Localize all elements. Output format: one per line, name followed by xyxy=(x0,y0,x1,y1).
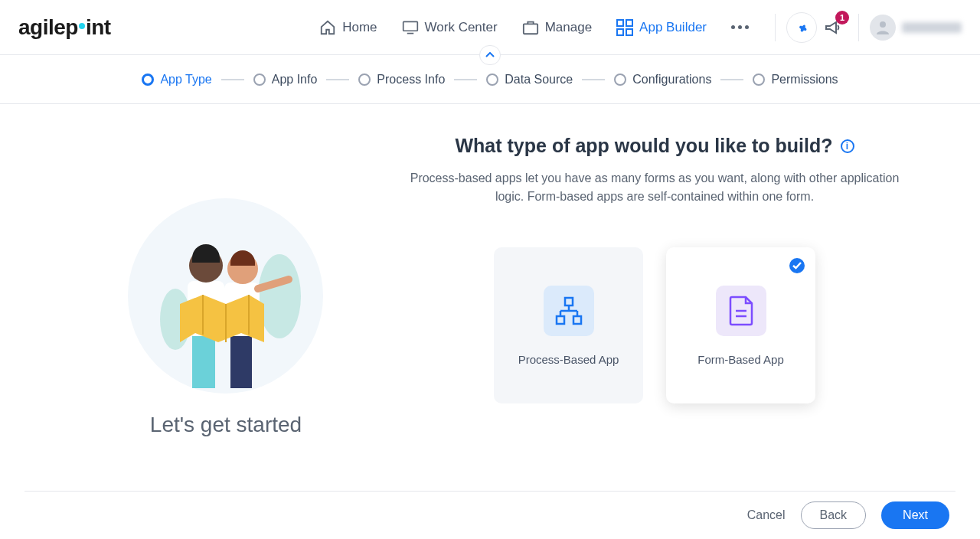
nav-manage[interactable]: Manage xyxy=(522,19,592,36)
step-connector xyxy=(582,79,605,80)
username xyxy=(902,22,962,33)
onboarding-illustration-column: Let's get started xyxy=(61,135,390,491)
app-type-panel: What type of app would you like to build… xyxy=(390,135,919,491)
svg-point-8 xyxy=(258,254,301,338)
user-menu[interactable] xyxy=(870,15,962,41)
card-form-based-app[interactable]: Form-Based App xyxy=(666,247,815,403)
form-icon xyxy=(727,296,755,326)
svg-rect-10 xyxy=(192,335,215,388)
step-connector xyxy=(221,79,244,80)
wizard-footer: Cancel Back Next xyxy=(24,491,956,538)
card-label: Form-Based App xyxy=(697,353,784,366)
svg-rect-2 xyxy=(524,24,537,34)
step-label: App Type xyxy=(160,73,211,87)
notification-badge: 1 xyxy=(835,11,849,24)
card-process-based-app[interactable]: Process-Based App xyxy=(494,247,643,403)
svg-rect-19 xyxy=(565,298,573,305)
brand-logo: agilepint xyxy=(18,15,111,40)
app-type-cards: Process-Based App Form-Based App xyxy=(390,247,919,403)
step-configurations[interactable]: Configurations xyxy=(614,73,711,87)
back-button[interactable]: Back xyxy=(801,501,867,529)
cancel-button[interactable]: Cancel xyxy=(747,508,786,522)
svg-rect-5 xyxy=(617,29,623,35)
monitor-icon xyxy=(402,19,419,36)
step-data-source[interactable]: Data Source xyxy=(486,73,573,87)
nav-home[interactable]: Home xyxy=(319,19,377,36)
check-icon xyxy=(789,258,805,273)
step-app-info[interactable]: App Info xyxy=(253,73,318,87)
svg-rect-4 xyxy=(626,20,632,26)
main-content: Let's get started What type of app would… xyxy=(0,104,980,491)
sitemap-icon xyxy=(554,296,584,326)
question-heading: What type of app would you like to build… xyxy=(455,135,832,157)
card-label: Process-Based App xyxy=(518,353,619,366)
step-label: App Info xyxy=(272,73,318,87)
next-button[interactable]: Next xyxy=(881,501,949,529)
step-connector xyxy=(454,79,477,80)
chevron-up-icon xyxy=(485,52,495,58)
step-label: Configurations xyxy=(632,73,711,87)
nav-work-center[interactable]: Work Center xyxy=(402,19,498,36)
ai-assistant-button[interactable] xyxy=(786,12,817,43)
nav-more-button[interactable] xyxy=(731,25,749,29)
step-app-type[interactable]: App Type xyxy=(142,73,211,87)
svg-rect-0 xyxy=(403,21,417,31)
step-connector xyxy=(326,79,349,80)
step-label: Process Info xyxy=(377,73,445,87)
collapse-steps-button[interactable] xyxy=(479,45,501,65)
step-label: Permissions xyxy=(771,73,838,87)
divider xyxy=(858,14,859,41)
step-connector xyxy=(720,79,743,80)
svg-rect-6 xyxy=(626,29,632,35)
nav-app-builder[interactable]: App Builder xyxy=(616,19,707,36)
onboarding-subtitle: Let's get started xyxy=(150,413,302,437)
nav-home-label: Home xyxy=(342,20,377,35)
briefcase-icon xyxy=(522,19,539,36)
info-icon[interactable]: i xyxy=(841,139,854,153)
divider xyxy=(775,14,776,41)
avatar-icon xyxy=(870,15,896,41)
illustration xyxy=(119,189,333,403)
nav-manage-label: Manage xyxy=(545,20,592,35)
nav-items: Home Work Center Manage App Builder xyxy=(319,19,749,36)
svg-rect-21 xyxy=(573,316,581,324)
step-permissions[interactable]: Permissions xyxy=(753,73,838,87)
question-description: Process-based apps let you have as many … xyxy=(390,169,919,206)
nav-work-center-label: Work Center xyxy=(425,20,498,35)
notifications-button[interactable]: 1 xyxy=(817,12,848,43)
nav-app-builder-label: App Builder xyxy=(639,20,707,35)
steps-container: App Type App Info Process Info Data Sour… xyxy=(0,55,980,104)
svg-rect-3 xyxy=(617,20,623,26)
pinwheel-icon xyxy=(794,20,809,35)
svg-rect-20 xyxy=(557,316,564,324)
step-label: Data Source xyxy=(505,73,573,87)
step-process-info[interactable]: Process Info xyxy=(358,73,445,87)
svg-point-7 xyxy=(880,21,886,28)
grid-icon xyxy=(616,19,633,36)
home-icon xyxy=(319,19,336,36)
svg-rect-13 xyxy=(230,335,252,388)
